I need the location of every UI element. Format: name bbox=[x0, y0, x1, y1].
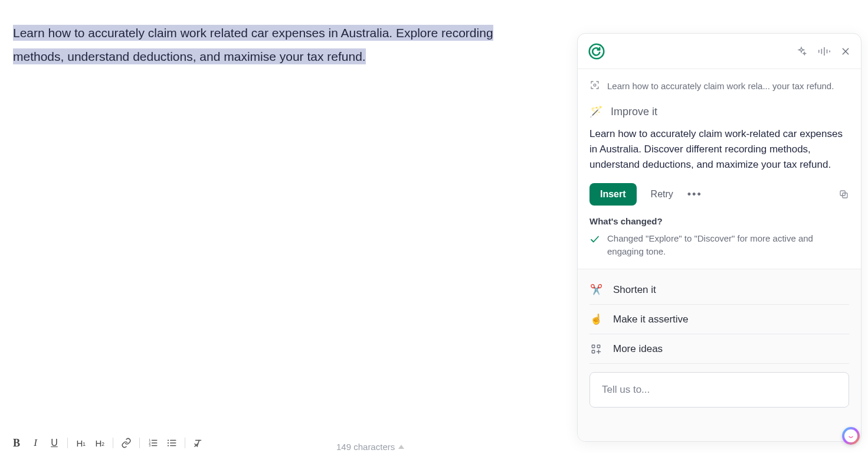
svg-point-9 bbox=[168, 439, 169, 441]
panel-header bbox=[578, 34, 861, 69]
change-item: Changed "Explore" to "Discover" for more… bbox=[589, 232, 849, 258]
svg-text:3: 3 bbox=[149, 444, 150, 447]
change-item-text: Changed "Explore" to "Discover" for more… bbox=[607, 232, 849, 258]
voice-waveform-icon[interactable] bbox=[817, 46, 830, 57]
svg-point-12 bbox=[589, 44, 604, 58]
svg-point-10 bbox=[168, 442, 169, 444]
svg-point-11 bbox=[168, 445, 169, 446]
context-summary-row[interactable]: Learn how to accurately claim work rela.… bbox=[589, 80, 849, 92]
formatting-toolbar: B I U H1 H2 123 bbox=[7, 433, 208, 453]
italic-button[interactable]: I bbox=[26, 435, 45, 451]
shorten-it-option[interactable]: ✂️ Shorten it bbox=[589, 275, 849, 305]
prompt-input-box[interactable] bbox=[589, 372, 849, 408]
copy-icon[interactable] bbox=[838, 189, 849, 200]
insert-button[interactable]: Insert bbox=[589, 183, 637, 206]
context-summary-text: Learn how to accurately claim work rela.… bbox=[607, 81, 834, 91]
magic-wand-icon: 🪄 bbox=[589, 105, 602, 118]
more-ideas-option[interactable]: More ideas bbox=[589, 334, 849, 364]
expand-up-icon bbox=[398, 445, 404, 449]
heading1-button[interactable]: H1 bbox=[71, 435, 90, 451]
scissors-icon: ✂️ bbox=[589, 283, 602, 296]
improve-it-heading: 🪄 Improve it bbox=[589, 105, 849, 118]
toolbar-separator bbox=[67, 438, 68, 448]
toolbar-separator bbox=[139, 438, 140, 448]
selected-text[interactable]: Learn how to accurately claim work relat… bbox=[13, 25, 493, 64]
document-editor[interactable]: Learn how to accurately claim work relat… bbox=[13, 21, 544, 69]
sparkle-icon[interactable] bbox=[796, 46, 807, 57]
svg-rect-24 bbox=[597, 345, 600, 348]
suggestion-text: Learn how to accurately claim work-relat… bbox=[589, 126, 849, 172]
whats-changed-heading: What's changed? bbox=[589, 216, 849, 226]
more-actions-icon[interactable]: ••• bbox=[687, 188, 702, 201]
numbered-list-button[interactable]: 123 bbox=[143, 435, 162, 451]
link-button[interactable] bbox=[117, 435, 136, 451]
heading2-button[interactable]: H2 bbox=[90, 435, 109, 451]
grammarly-panel: Learn how to accurately claim work rela.… bbox=[577, 33, 862, 442]
assistant-fab[interactable] bbox=[842, 427, 860, 445]
selection-context-icon bbox=[589, 80, 600, 92]
make-assertive-option[interactable]: ☝️ Make it assertive bbox=[589, 305, 849, 334]
character-count-label: 149 characters bbox=[336, 442, 395, 452]
clear-formatting-button[interactable] bbox=[189, 435, 208, 451]
underline-button[interactable]: U bbox=[45, 435, 64, 451]
toolbar-separator bbox=[113, 438, 113, 448]
smile-icon bbox=[844, 429, 857, 442]
svg-rect-25 bbox=[592, 350, 595, 353]
svg-rect-23 bbox=[592, 345, 595, 348]
checkmark-icon bbox=[589, 234, 600, 258]
pointing-up-icon: ☝️ bbox=[589, 313, 602, 325]
retry-button[interactable]: Retry bbox=[647, 188, 677, 200]
make-assertive-label: Make it assertive bbox=[613, 314, 689, 325]
shorten-it-label: Shorten it bbox=[613, 284, 656, 296]
more-ideas-label: More ideas bbox=[613, 343, 663, 355]
bullet-list-button[interactable] bbox=[162, 435, 181, 451]
panel-lower: ✂️ Shorten it ☝️ Make it assertive More … bbox=[578, 269, 861, 441]
suggestion-actions: Insert Retry ••• bbox=[589, 183, 849, 206]
section-title-text: Improve it bbox=[611, 106, 657, 118]
grammarly-logo-icon[interactable] bbox=[588, 43, 605, 60]
prompt-input[interactable] bbox=[601, 383, 838, 396]
svg-point-20 bbox=[594, 84, 596, 86]
panel-body: Learn how to accurately claim work rela.… bbox=[578, 69, 861, 269]
character-count[interactable]: 149 characters bbox=[336, 442, 404, 452]
more-ideas-icon bbox=[589, 344, 602, 354]
toolbar-separator bbox=[185, 438, 185, 448]
close-icon[interactable] bbox=[841, 47, 850, 56]
bold-button[interactable]: B bbox=[7, 435, 26, 451]
